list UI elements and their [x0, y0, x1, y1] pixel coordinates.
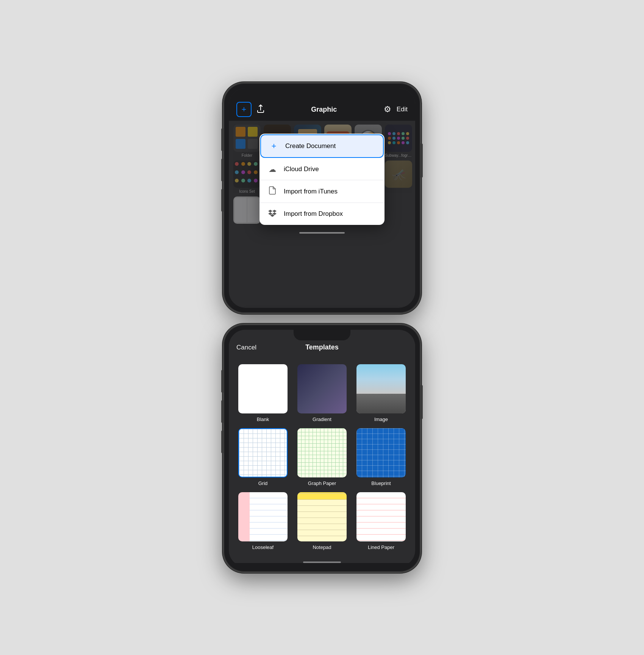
header-right-actions: ⚙ Edit: [384, 104, 408, 114]
template-label: Graph Paper: [308, 480, 336, 486]
blueprint-template-thumb: [356, 428, 406, 477]
top-home-indicator: [299, 232, 345, 234]
list-item[interactable]: Grid: [236, 428, 289, 486]
list-item[interactable]: Gradient: [295, 364, 349, 422]
settings-button[interactable]: ⚙: [384, 104, 391, 114]
list-item[interactable]: Folder: [233, 125, 261, 158]
template-label: Looseleaf: [252, 544, 274, 550]
looseleaf-hole: [241, 514, 247, 520]
grid-template-thumb: [238, 428, 288, 477]
bottom-phone: Cancel Templates Blank Gradient: [224, 324, 420, 572]
list-item[interactable]: Graph Paper: [295, 428, 349, 486]
subway-dots: [388, 132, 409, 144]
import-dropbox-item[interactable]: Import from Dropbox: [259, 203, 385, 225]
template-grid: Blank Gradient Image: [229, 357, 415, 558]
file-label: Subway...fographic: [385, 153, 412, 158]
bug-thumbnail: 🦟: [385, 161, 412, 188]
bottom-home-indicator: [303, 561, 341, 563]
volume-up-button[interactable]: [221, 370, 224, 393]
dropbox-icon: [268, 209, 277, 219]
import-dropbox-label: Import from Dropbox: [284, 210, 343, 218]
top-phone-screen: + Graphic ⚙ Edit: [229, 88, 415, 308]
docs-thumbnail: [233, 196, 261, 224]
template-label: Image: [374, 416, 388, 422]
template-label: Blueprint: [371, 480, 391, 486]
list-item[interactable]: [233, 196, 261, 225]
subway-thumbnail: [385, 125, 412, 152]
notepad-template-thumb: [297, 492, 347, 541]
cloud-icon: [268, 165, 277, 174]
list-item[interactable]: Icons Set: [233, 161, 261, 193]
add-button[interactable]: +: [236, 102, 252, 117]
list-item[interactable]: Notepad: [295, 492, 349, 550]
create-document-label: Create Document: [285, 142, 336, 150]
icloud-drive-label: iCloud Drive: [284, 165, 319, 173]
volume-up-button[interactable]: [221, 128, 224, 151]
folder-mini-item: [236, 127, 245, 137]
notepad-lines: [297, 492, 347, 541]
graph-lines: [297, 428, 347, 477]
import-itunes-label: Import from iTunes: [284, 188, 338, 195]
folder-mini-item: [248, 127, 258, 137]
plus-icon: +: [242, 104, 247, 114]
icloud-drive-item[interactable]: iCloud Drive: [259, 159, 385, 180]
list-item[interactable]: Image: [355, 364, 408, 422]
looseleaf-lines: [250, 492, 288, 541]
icons-set-thumbnail: [233, 161, 261, 188]
doc-icon: [268, 186, 277, 196]
bottom-screen: Cancel Templates Blank Gradient: [229, 330, 415, 567]
top-phone: + Graphic ⚙ Edit: [224, 83, 420, 313]
file-label: Icons Set: [233, 189, 261, 193]
import-itunes-item[interactable]: Import from iTunes: [259, 180, 385, 203]
list-item[interactable]: Lined Paper: [355, 492, 408, 550]
folder-thumbnail: [233, 125, 261, 152]
list-item[interactable]: 🦟: [385, 161, 412, 193]
folder-mini-item: [248, 139, 258, 149]
template-label: Gradient: [313, 416, 331, 422]
app-title: Graphic: [311, 106, 337, 114]
list-item[interactable]: Looseleaf: [236, 492, 289, 550]
gradient-template-thumb: [297, 364, 347, 413]
silent-switch[interactable]: [221, 189, 224, 212]
notch: [294, 88, 350, 99]
notch: [294, 330, 350, 340]
image-template-thumb: [356, 364, 406, 413]
blank-template-thumb: [238, 364, 288, 413]
list-item[interactable]: Blank: [236, 364, 289, 422]
cancel-button[interactable]: Cancel: [236, 344, 256, 351]
edit-button[interactable]: Edit: [397, 106, 408, 113]
folder-mini-item: [236, 139, 245, 149]
top-screen: + Graphic ⚙ Edit: [229, 88, 415, 308]
list-item[interactable]: Subway...fographic: [385, 125, 412, 158]
dropdown-menu: + Create Document iCloud Drive Import fr…: [259, 134, 385, 225]
template-label: Grid: [258, 480, 268, 486]
list-item[interactable]: Blueprint: [355, 428, 408, 486]
plus-icon: +: [269, 141, 278, 151]
lined-lines: [356, 492, 406, 541]
share-button[interactable]: [257, 104, 264, 115]
template-label: Lined Paper: [368, 544, 394, 550]
bottom-phone-screen: Cancel Templates Blank Gradient: [229, 330, 415, 563]
templates-title: Templates: [305, 343, 339, 351]
grid-lines: [239, 429, 287, 477]
share-icon: [257, 104, 264, 113]
template-label: Blank: [257, 416, 269, 422]
power-button[interactable]: [420, 143, 423, 178]
volume-down-button[interactable]: [221, 400, 224, 423]
lined-template-thumb: [356, 492, 406, 541]
create-document-item[interactable]: + Create Document: [260, 134, 384, 158]
file-label: Folder: [233, 153, 261, 158]
template-label: Notepad: [313, 544, 331, 550]
blueprint-lines: [356, 428, 406, 477]
silent-switch[interactable]: [221, 430, 224, 453]
power-button[interactable]: [420, 385, 423, 419]
looseleaf-template-thumb: [238, 492, 288, 541]
graph-template-thumb: [297, 428, 347, 477]
volume-down-button[interactable]: [221, 159, 224, 181]
header-left-actions: +: [236, 102, 264, 117]
